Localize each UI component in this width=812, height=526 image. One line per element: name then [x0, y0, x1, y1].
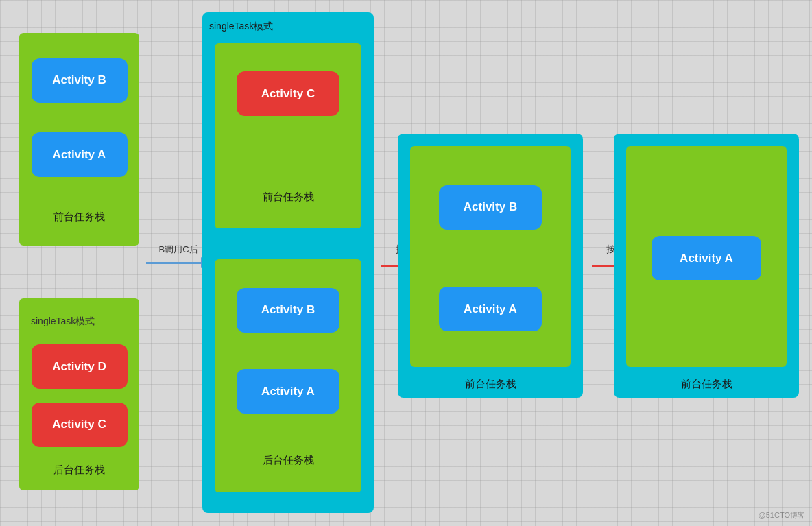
panel3-outer: Activity B Activity A 前台任务栈 — [398, 134, 583, 398]
panel1-back-stack: singleTask模式 Activity D Activity C 后台任务栈 — [19, 298, 139, 490]
panel2-back-inner: Activity B Activity A 后台任务栈 — [215, 259, 361, 492]
activity-c-2: Activity C — [237, 71, 339, 116]
panel2-front-inner: Activity C 前台任务栈 — [215, 43, 361, 228]
activity-b-3: Activity B — [439, 185, 542, 230]
panel4-label: 前台任务栈 — [614, 378, 799, 391]
panel1-back-label: 后台任务栈 — [53, 464, 105, 477]
activity-b-1: Activity B — [32, 58, 128, 103]
panel2-back-label: 后台任务栈 — [263, 454, 314, 467]
activity-a-4: Activity A — [652, 236, 761, 280]
arrow1-label: B调用C后 — [158, 243, 198, 256]
panel2-title: singleTask模式 — [209, 21, 273, 33]
panel1-front-stack: Activity B Activity A 前台任务栈 — [19, 33, 139, 246]
activity-a-2: Activity A — [237, 369, 339, 414]
panel2-front-label: 前台任务栈 — [263, 191, 314, 204]
activity-a-1: Activity A — [32, 132, 128, 177]
activity-c-1: Activity C — [32, 403, 128, 447]
diagram-container: Activity B Activity A 前台任务栈 singleTask模式… — [0, 0, 812, 526]
panel4-outer: Activity A 前台任务栈 — [614, 134, 799, 398]
panel2-outer: singleTask模式 Activity C 前台任务栈 Activity B… — [202, 12, 374, 513]
panel3-label: 前台任务栈 — [398, 378, 583, 391]
activity-a-3: Activity A — [439, 287, 542, 331]
panel3-inner: Activity B Activity A — [410, 146, 571, 367]
activity-b-2: Activity B — [237, 288, 339, 333]
panel1-front-label: 前台任务栈 — [53, 211, 105, 224]
panel1-singletask-title: singleTask模式 — [31, 315, 95, 328]
activity-d-1: Activity D — [32, 344, 128, 389]
panel4-inner: Activity A — [626, 146, 787, 367]
watermark: @51CTO博客 — [759, 510, 805, 521]
